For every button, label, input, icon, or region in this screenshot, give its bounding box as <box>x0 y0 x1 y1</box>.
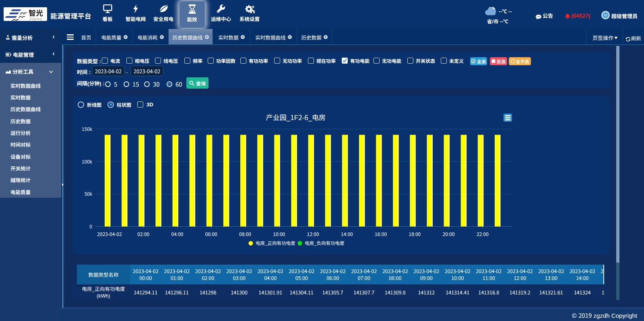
svg-text:18:00: 18:00 <box>409 230 421 237</box>
svg-text:02:00: 02:00 <box>137 230 149 237</box>
svg-text:22:00: 22:00 <box>477 230 489 237</box>
svg-text:06:00: 06:00 <box>205 230 217 237</box>
svg-text:电房_正向有功电度: 电房_正向有功电度 <box>256 240 295 246</box>
svg-text:04:00: 04:00 <box>171 230 184 237</box>
svg-text:50k: 50k <box>85 190 93 197</box>
svg-text:20:00: 20:00 <box>443 230 455 237</box>
svg-text:智光: 智光 <box>29 7 43 18</box>
svg-text:2023-04-02: 2023-04-02 <box>97 230 122 237</box>
svg-text:14:00: 14:00 <box>341 230 353 237</box>
svg-text:100k: 100k <box>82 158 93 165</box>
svg-text:150k: 150k <box>82 125 93 132</box>
svg-text:10:00: 10:00 <box>273 230 285 237</box>
svg-text:16:00: 16:00 <box>375 230 387 237</box>
svg-text:Zhiguang: Zhiguang <box>29 17 42 21</box>
svg-text:08:00: 08:00 <box>239 230 251 237</box>
svg-text:12:00: 12:00 <box>307 230 319 237</box>
svg-text:电房_负向有功电度: 电房_负向有功电度 <box>305 240 345 246</box>
svg-text:0: 0 <box>89 223 92 230</box>
svg-text:产业园_1F2-6_电房: 产业园_1F2-6_电房 <box>266 112 326 122</box>
